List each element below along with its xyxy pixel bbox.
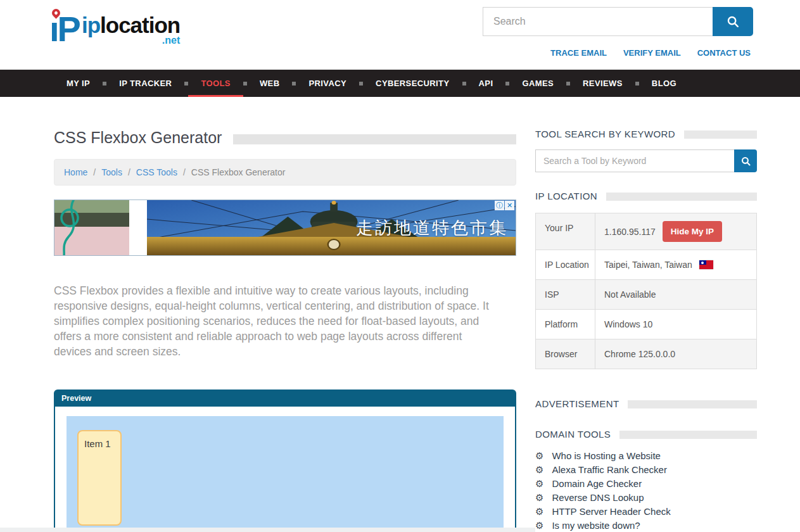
preview-panel-header: Preview xyxy=(55,391,515,407)
ip-location-value: Taipei, Taiwan, Taiwan xyxy=(604,260,692,270)
domain-tools-list: ⚙ Who is Hosting a Website ⚙ Alexa Traff… xyxy=(535,450,757,532)
nav-item-privacy[interactable]: PRIVACY xyxy=(296,70,359,97)
preview-panel: Preview Item 1 xyxy=(54,390,516,532)
table-row-platform: Platform Windows 10 xyxy=(536,310,756,339)
verify-email-link[interactable]: VERIFY EMAIL xyxy=(623,48,681,58)
gear-icon: ⚙ xyxy=(535,479,543,488)
row-label: Your IP xyxy=(536,213,595,250)
table-row-ip-location: IP Location Taipei, Taiwan, Taiwan xyxy=(536,250,756,280)
gear-icon: ⚙ xyxy=(535,507,543,516)
logo-name-rest: location xyxy=(100,13,180,37)
hide-my-ip-button[interactable]: Hide My IP xyxy=(663,221,722,242)
nav-item-blog[interactable]: BLOG xyxy=(639,70,689,97)
main-nav: MY IP IP TRACKER TOOLS WEB PRIVACY CYBER… xyxy=(0,70,800,97)
domain-tool-link[interactable]: ⚙ Is my website down? xyxy=(535,520,757,531)
header-links: TRACE EMAIL VERIFY EMAIL CONTACT US xyxy=(550,48,751,58)
flex-preview-item-1: Item 1 xyxy=(77,430,122,526)
taiwan-flag-icon xyxy=(699,260,713,269)
ad-banner[interactable]: 走訪地道特色市集 ⓘ ✕ xyxy=(54,200,516,256)
domain-tool-label: HTTP Server Header Check xyxy=(552,506,670,517)
gear-icon: ⚙ xyxy=(535,521,543,530)
heading-decorative-bar xyxy=(628,400,757,408)
breadcrumb-current: CSS Flexbox Generator xyxy=(191,167,286,177)
domain-tool-label: Domain Age Checker xyxy=(552,478,642,489)
advertisement-heading: ADVERTISEMENT xyxy=(535,398,757,409)
logo-name: iplocation xyxy=(82,13,180,37)
nav-item-my-ip[interactable]: MY IP xyxy=(54,70,103,97)
nav-item-cybersecurity[interactable]: CYBERSECURITY xyxy=(363,70,462,97)
header-search xyxy=(483,7,753,36)
ip-location-heading: IP LOCATION xyxy=(535,191,757,201)
ad-choice-icons: ⓘ ✕ xyxy=(495,201,514,210)
nav-item-web[interactable]: WEB xyxy=(247,70,293,97)
tool-search-input[interactable] xyxy=(535,149,734,172)
tool-search-heading: TOOL SEARCH BY KEYWORD xyxy=(535,129,757,139)
main-column: CSS Flexbox Generator Home / Tools / CSS… xyxy=(54,129,516,532)
tool-description: CSS Flexbox provides a flexible and intu… xyxy=(54,283,502,359)
domain-tools-heading: DOMAIN TOOLS xyxy=(535,429,757,440)
breadcrumb-separator: / xyxy=(128,167,130,177)
ad-left-image[interactable] xyxy=(54,200,129,255)
platform-value: Windows 10 xyxy=(604,319,652,329)
page-title: CSS Flexbox Generator xyxy=(54,129,222,147)
trace-email-link[interactable]: TRACE EMAIL xyxy=(550,48,607,58)
table-row-your-ip: Your IP 1.160.95.117 Hide My IP xyxy=(536,213,756,250)
domain-tool-label: Reverse DNS Lookup xyxy=(552,492,644,503)
ad-info-icon[interactable]: ⓘ xyxy=(495,201,504,210)
breadcrumb-home[interactable]: Home xyxy=(64,167,87,177)
domain-tool-link[interactable]: ⚙ Alexa Traffic Rank Checker xyxy=(535,464,757,475)
your-ip-value: 1.160.95.117 xyxy=(604,227,656,237)
ad-close-icon[interactable]: ✕ xyxy=(505,201,514,210)
breadcrumb-separator: / xyxy=(183,167,186,177)
heading-decorative-bar xyxy=(606,193,757,201)
search-input[interactable] xyxy=(483,7,713,36)
domain-tool-label: Alexa Traffic Rank Checker xyxy=(552,464,666,475)
ad-gap xyxy=(129,200,147,255)
row-label: Browser xyxy=(536,339,595,369)
domain-tool-link[interactable]: ⚙ Reverse DNS Lookup xyxy=(535,492,757,503)
nav-item-ip-tracker[interactable]: IP TRACKER xyxy=(106,70,184,97)
ip-location-heading-text: IP LOCATION xyxy=(535,191,597,201)
contact-us-link[interactable]: CONTACT US xyxy=(697,48,751,58)
domain-tools-heading-text: DOMAIN TOOLS xyxy=(535,429,611,440)
search-icon xyxy=(726,15,740,28)
site-header: ıP iplocation .net TRACE EMAIL VERIFY EM… xyxy=(0,0,800,70)
breadcrumb-css-tools[interactable]: CSS Tools xyxy=(136,167,177,177)
domain-tool-label: Who is Hosting a Website xyxy=(552,450,660,461)
tool-search-button[interactable] xyxy=(734,149,757,172)
advertisement-heading-text: ADVERTISEMENT xyxy=(535,398,619,409)
domain-tool-link[interactable]: ⚙ Who is Hosting a Website xyxy=(535,450,757,461)
gear-icon: ⚙ xyxy=(535,451,543,460)
tool-search xyxy=(535,149,757,172)
isp-value: Not Available xyxy=(604,289,656,300)
preview-panel-body: Item 1 xyxy=(55,407,515,532)
title-decorative-bar xyxy=(233,134,516,144)
logo-mark-icon: ıP xyxy=(49,5,79,47)
breadcrumb-separator: / xyxy=(93,167,96,177)
heading-decorative-bar xyxy=(684,130,757,139)
flex-preview-container: Item 1 xyxy=(67,416,504,532)
search-icon xyxy=(740,156,751,167)
ad-headline: 走訪地道特色市集 xyxy=(356,217,508,239)
nav-item-reviews[interactable]: REVIEWS xyxy=(570,70,635,97)
gear-icon: ⚙ xyxy=(535,465,543,474)
ad-right-image[interactable]: 走訪地道特色市集 ⓘ ✕ xyxy=(147,200,516,255)
domain-tool-link[interactable]: ⚙ HTTP Server Header Check xyxy=(535,506,757,517)
domain-tool-label: Is my website down? xyxy=(552,520,640,531)
row-label: ISP xyxy=(536,280,595,309)
logo-wordmark: iplocation .net xyxy=(82,14,180,46)
site-logo[interactable]: ıP iplocation .net xyxy=(49,5,180,47)
tool-search-heading-text: TOOL SEARCH BY KEYWORD xyxy=(535,129,675,139)
domain-tool-link[interactable]: ⚙ Domain Age Checker xyxy=(535,478,757,489)
nav-item-api[interactable]: API xyxy=(466,70,506,97)
gear-icon: ⚙ xyxy=(535,493,543,502)
nav-item-tools[interactable]: TOOLS xyxy=(188,70,243,97)
heading-decorative-bar xyxy=(619,431,757,439)
search-button[interactable] xyxy=(713,7,753,36)
ip-location-table: Your IP 1.160.95.117 Hide My IP IP Locat… xyxy=(535,213,757,369)
breadcrumb: Home / Tools / CSS Tools / CSS Flexbox G… xyxy=(54,159,516,186)
nav-item-games[interactable]: GAMES xyxy=(509,70,566,97)
breadcrumb-tools[interactable]: Tools xyxy=(101,167,122,177)
table-row-browser: Browser Chrome 125.0.0.0 xyxy=(536,339,756,369)
browser-value: Chrome 125.0.0.0 xyxy=(604,349,675,359)
